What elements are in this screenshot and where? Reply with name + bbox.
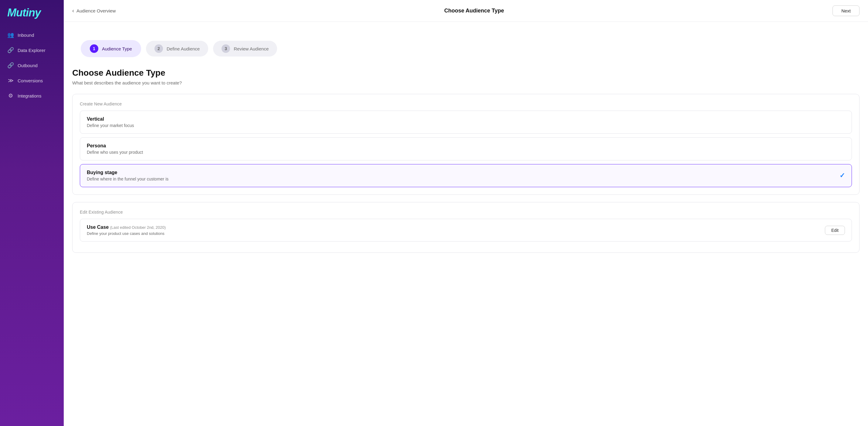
- back-button[interactable]: ‹ Audience Overview: [72, 8, 116, 14]
- page-body: 1 Audience Type 2 Define Audience 3 Revi…: [64, 22, 868, 426]
- sidebar-item-label-outbound: Outbound: [18, 63, 38, 68]
- step-1[interactable]: 1 Audience Type: [81, 40, 141, 57]
- edit-use-case-button[interactable]: Edit: [825, 226, 845, 235]
- sidebar-item-label-data-explorer: Data Explorer: [18, 48, 45, 53]
- sidebar-item-integrations[interactable]: ⚙ Integrations: [0, 89, 64, 103]
- sidebar-item-label-conversions: Conversions: [18, 78, 43, 83]
- card-title-vertical: Vertical: [87, 116, 134, 122]
- data-explorer-icon: 🔗: [7, 47, 14, 54]
- audience-card-vertical[interactable]: Vertical Define your market focus: [80, 111, 852, 134]
- topbar: ‹ Audience Overview Choose Audience Type…: [64, 0, 868, 22]
- sidebar-item-label-inbound: Inbound: [18, 32, 34, 38]
- usecase-subtitle: Define your product use cases and soluti…: [87, 231, 166, 236]
- step-2-number: 2: [154, 45, 163, 53]
- sidebar-nav: 👥 Inbound 🔗 Data Explorer 🔗 Outbound ≫ C…: [0, 28, 64, 103]
- audience-card-buying-stage[interactable]: Buying stage Define where in the funnel …: [80, 164, 852, 187]
- card-text-buying-stage: Buying stage Define where in the funnel …: [87, 170, 168, 181]
- back-label: Audience Overview: [76, 8, 116, 13]
- sidebar-item-data-explorer[interactable]: 🔗 Data Explorer: [0, 43, 64, 57]
- sidebar-item-conversions[interactable]: ≫ Conversions: [0, 74, 64, 87]
- chevron-left-icon: ‹: [72, 8, 74, 14]
- logo-text: Mutiny: [7, 7, 57, 18]
- usecase-title-text: Use Case: [87, 225, 108, 230]
- check-icon-buying-stage: ✓: [839, 172, 845, 179]
- card-desc-buying-stage: Define where in the funnel your customer…: [87, 176, 168, 181]
- edit-audience-section: Edit Existing Audience Use Case (Last ed…: [72, 202, 860, 253]
- sidebar-item-outbound[interactable]: 🔗 Outbound: [0, 58, 64, 72]
- step-3[interactable]: 3 Review Audience: [213, 41, 277, 57]
- page-subheading: What best describes the audience you wan…: [72, 80, 860, 85]
- usecase-meta: (Last edited October 2nd, 2020): [110, 225, 166, 230]
- logo: Mutiny: [0, 7, 64, 28]
- card-desc-vertical: Define your market focus: [87, 123, 134, 128]
- next-button[interactable]: Next: [833, 5, 860, 16]
- topbar-title: Choose Audience Type: [116, 8, 833, 14]
- card-title-persona: Persona: [87, 143, 143, 149]
- step-3-label: Review Audience: [234, 46, 269, 51]
- audience-card-use-case[interactable]: Use Case (Last edited October 2nd, 2020)…: [80, 219, 852, 242]
- card-desc-persona: Define who uses your product: [87, 150, 143, 155]
- step-1-label: Audience Type: [102, 46, 132, 51]
- inbound-icon: 👥: [7, 32, 14, 38]
- card-title-buying-stage: Buying stage: [87, 170, 168, 175]
- step-3-number: 3: [222, 45, 230, 53]
- step-2[interactable]: 2 Define Audience: [146, 41, 208, 57]
- step-2-label: Define Audience: [166, 46, 200, 51]
- card-text-vertical: Vertical Define your market focus: [87, 116, 134, 128]
- usecase-card-text: Use Case (Last edited October 2nd, 2020)…: [87, 225, 166, 236]
- page-heading: Choose Audience Type: [72, 68, 860, 78]
- integrations-icon: ⚙: [7, 92, 14, 99]
- steps-bar: 1 Audience Type 2 Define Audience 3 Revi…: [72, 33, 860, 57]
- sidebar: Mutiny 👥 Inbound 🔗 Data Explorer 🔗 Outbo…: [0, 0, 64, 426]
- step-1-number: 1: [90, 45, 98, 53]
- create-section-label: Create New Audience: [80, 102, 852, 106]
- edit-section-label: Edit Existing Audience: [80, 210, 852, 215]
- sidebar-item-label-integrations: Integrations: [18, 93, 41, 98]
- sidebar-item-inbound[interactable]: 👥 Inbound: [0, 28, 64, 42]
- main-content: ‹ Audience Overview Choose Audience Type…: [64, 0, 868, 426]
- conversions-icon: ≫: [7, 77, 14, 84]
- outbound-icon: 🔗: [7, 62, 14, 69]
- usecase-title: Use Case (Last edited October 2nd, 2020): [87, 225, 166, 230]
- audience-card-persona[interactable]: Persona Define who uses your product: [80, 137, 852, 161]
- card-text-persona: Persona Define who uses your product: [87, 143, 143, 155]
- create-audience-section: Create New Audience Vertical Define your…: [72, 94, 860, 195]
